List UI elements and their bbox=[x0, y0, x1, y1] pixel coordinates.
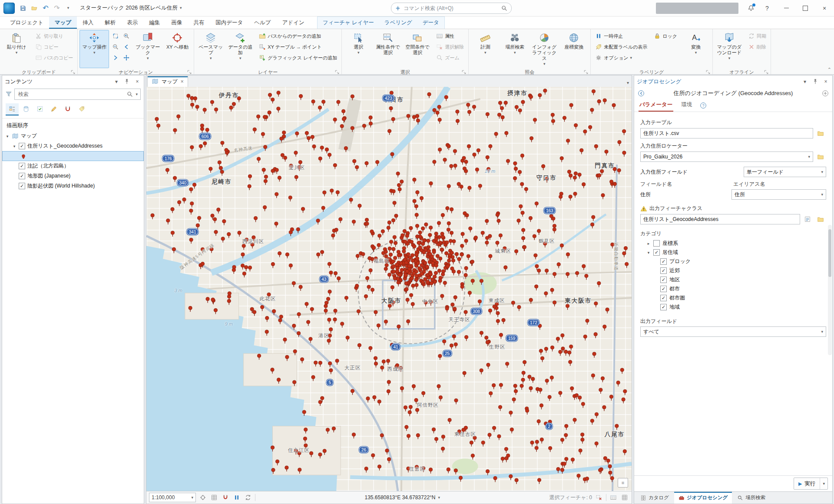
attributes-button[interactable]: 属性 bbox=[434, 31, 467, 41]
category-child-row[interactable]: ✓ブロック bbox=[640, 257, 826, 266]
browse-button[interactable] bbox=[815, 151, 826, 162]
pan-tool-button[interactable] bbox=[121, 53, 132, 63]
select-by-attributes-button[interactable]: 属性条件で選択 bbox=[373, 30, 403, 68]
layer-symbol-row[interactable] bbox=[2, 151, 144, 161]
visibility-checkbox[interactable]: ✓ bbox=[653, 249, 660, 256]
contextual-tab-フィーチャ レイヤー[interactable]: フィーチャ レイヤー bbox=[318, 17, 379, 29]
pause-labeling-button[interactable]: 一時停止 bbox=[592, 31, 650, 41]
pause-drawing-button[interactable] bbox=[232, 493, 241, 502]
clear-selection-button[interactable]: 選択解除 bbox=[434, 42, 467, 52]
category-row[interactable]: ▾✓居住域 bbox=[640, 248, 826, 257]
pin-panel-button[interactable] bbox=[811, 78, 819, 86]
layout-view-button[interactable] bbox=[620, 493, 629, 502]
close-panel-button[interactable]: × bbox=[133, 78, 141, 86]
scale-select[interactable]: 1:100,000 ▾ bbox=[149, 493, 196, 502]
redo-button[interactable]: ↷ bbox=[51, 3, 63, 14]
browse-button[interactable] bbox=[815, 128, 826, 139]
add-data-from-path-button[interactable]: パスからのデータの追加 bbox=[256, 31, 340, 41]
layer-item[interactable]: ▾✓住所リスト_GeocodeAddresses bbox=[2, 141, 144, 151]
minimize-button[interactable] bbox=[777, 0, 796, 16]
customize-qat-button[interactable]: ▾ bbox=[63, 3, 74, 14]
list-by-drawingorder-button[interactable] bbox=[6, 103, 19, 115]
maximize-button[interactable] bbox=[796, 0, 815, 16]
list-by-editing-button[interactable] bbox=[47, 103, 60, 115]
tab-parameters[interactable]: パラメーター bbox=[639, 99, 673, 112]
help-button[interactable]: ? bbox=[758, 0, 777, 16]
ribbon-tab-国内データ[interactable]: 国内データ bbox=[210, 16, 248, 29]
ribbon-tab-画像[interactable]: 画像 bbox=[165, 16, 188, 29]
list-by-snapping-button[interactable] bbox=[61, 103, 74, 115]
visibility-checkbox[interactable]: ✓ bbox=[660, 258, 667, 265]
command-search-input[interactable]: コマンド検索 (Alt+Q) bbox=[391, 3, 512, 14]
pin-panel-button[interactable] bbox=[123, 78, 131, 86]
category-child-row[interactable]: ✓地区 bbox=[640, 275, 826, 284]
download-map-button[interactable]: マップのダウンロード▾ bbox=[715, 30, 744, 68]
category-child-row[interactable]: ✓都市圏 bbox=[640, 293, 826, 303]
ribbon-tab-ヘルプ[interactable]: ヘルプ bbox=[248, 16, 276, 29]
output-options-button[interactable] bbox=[802, 214, 813, 225]
zoom-to-selection-button[interactable]: ズーム bbox=[434, 53, 467, 63]
ribbon-tab-プロジェクト[interactable]: プロジェクト bbox=[4, 16, 49, 29]
category-child-row[interactable]: ✓地域 bbox=[640, 303, 826, 312]
run-button[interactable]: ▶ 実行 ▾ bbox=[794, 478, 828, 490]
visibility-checkbox[interactable]: ✓ bbox=[19, 173, 25, 179]
cut-button[interactable]: 切り取り bbox=[33, 31, 76, 41]
account-area[interactable] bbox=[656, 3, 738, 14]
visibility-checkbox[interactable]: ✓ bbox=[660, 286, 667, 292]
ribbon-tab-表示[interactable]: 表示 bbox=[121, 16, 143, 29]
visibility-checkbox[interactable]: ✓ bbox=[660, 304, 667, 310]
panel-menu-button[interactable]: ▾ bbox=[113, 78, 120, 86]
clear-selection-button[interactable] bbox=[595, 493, 603, 502]
visibility-checkbox[interactable]: ✓ bbox=[19, 163, 25, 169]
tab-list-chevron[interactable]: ▾ bbox=[627, 80, 629, 85]
coordinates-readout[interactable]: 135.6580813°E 34.6783722°N ▾ bbox=[364, 494, 440, 501]
category-child-row[interactable]: ✓近郊 bbox=[640, 266, 826, 275]
paste-button[interactable]: 貼り付け▾ bbox=[2, 30, 31, 68]
layer-item[interactable]: ✓注記（北方四島） bbox=[2, 161, 144, 171]
goto-xy-button[interactable]: XY へ移動 bbox=[162, 30, 192, 68]
contextual-tab-ラベリング[interactable]: ラベリング bbox=[379, 17, 417, 29]
visibility-checkbox[interactable]: ✓ bbox=[19, 183, 25, 189]
add-graphics-layer-button[interactable]: グラフィックス レイヤーの追加 bbox=[256, 53, 340, 63]
attribution-toggle[interactable]: ≡ bbox=[618, 478, 628, 488]
list-by-labeling2-button[interactable] bbox=[75, 103, 88, 115]
contents-search-input[interactable] bbox=[17, 91, 124, 98]
app-logo[interactable] bbox=[3, 3, 15, 14]
dock-tab-ジオプロセシング[interactable]: ジオプロセシング bbox=[674, 492, 732, 504]
visibility-checkbox[interactable]: ✓ bbox=[660, 267, 667, 274]
explore-button[interactable]: マップ操作▾ bbox=[79, 30, 109, 68]
project-title[interactable]: スターターパック 2026 街区レベル住所 ▾ bbox=[80, 4, 182, 12]
previous-extent-button[interactable] bbox=[121, 42, 132, 52]
measure-button[interactable]: 計測▾ bbox=[470, 30, 500, 68]
fixed-zoom-in-button[interactable] bbox=[121, 31, 132, 41]
xy-table-to-point-button[interactable]: XY テーブル → ポイント bbox=[256, 42, 340, 52]
add-graphic-button[interactable] bbox=[199, 493, 207, 502]
select-button[interactable]: 選択▾ bbox=[344, 30, 373, 68]
list-by-datasource-button[interactable] bbox=[20, 103, 33, 115]
coordinate-conversion-button[interactable]: 座標変換 bbox=[559, 30, 589, 68]
remove-button[interactable]: 削除 bbox=[745, 42, 769, 52]
attribute-table-button[interactable] bbox=[609, 493, 618, 502]
copy-button[interactable]: コピー bbox=[33, 42, 76, 52]
snapping-toggle[interactable] bbox=[221, 493, 230, 502]
sync-button[interactable]: 同期 bbox=[745, 31, 769, 41]
refresh-map-button[interactable] bbox=[244, 493, 252, 502]
input-table-field[interactable] bbox=[640, 128, 813, 138]
output-fields-select[interactable]: すべて ▾ bbox=[640, 326, 826, 337]
grid-toggle[interactable] bbox=[210, 493, 218, 502]
lock-labels-button[interactable]: ロック bbox=[651, 31, 680, 41]
fixed-zoom-out-button[interactable] bbox=[110, 42, 121, 52]
infographics-button[interactable]: インフォグラフィックス▾ bbox=[530, 30, 559, 68]
locator-select[interactable]: Pro_Gaiku_2026 ▾ bbox=[640, 152, 813, 162]
undo-button[interactable]: ↶ bbox=[40, 3, 51, 14]
labeling-options-button[interactable]: オプション▾ bbox=[592, 53, 650, 63]
basemap-button[interactable]: ベースマップ▾ bbox=[196, 30, 225, 68]
contextual-tab-データ[interactable]: データ bbox=[417, 17, 444, 29]
output-feature-class-field[interactable] bbox=[640, 214, 800, 224]
ribbon-tab-編集[interactable]: 編集 bbox=[143, 16, 165, 29]
ribbon-tab-挿入[interactable]: 挿入 bbox=[77, 16, 99, 29]
locate-button[interactable]: 場所検索▾ bbox=[500, 30, 530, 68]
ribbon-tab-解析[interactable]: 解析 bbox=[99, 16, 121, 29]
tree-item-map[interactable]: ▾マップ bbox=[2, 131, 144, 141]
scrollbar-thumb[interactable] bbox=[828, 229, 831, 277]
